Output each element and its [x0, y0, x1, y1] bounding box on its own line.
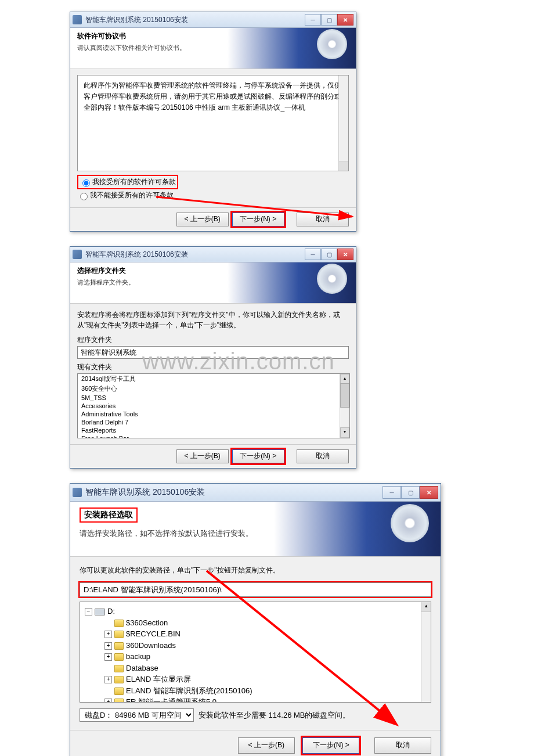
- scrollbar[interactable]: [421, 602, 431, 702]
- folder-label: 程序文件夹: [77, 335, 349, 345]
- maximize-button[interactable]: ▢: [401, 486, 420, 499]
- folder-icon: [114, 642, 124, 650]
- app-icon: [73, 15, 82, 24]
- disk-select[interactable]: 磁盘D： 84986 MB 可用空间: [80, 708, 194, 722]
- app-icon: [73, 250, 82, 259]
- disk-need-text: 安装此软件至少需要 114.26 MB的磁盘空间。: [199, 710, 351, 721]
- folder-icon: [114, 699, 124, 703]
- radio-decline[interactable]: 我不能接受所有的许可条款: [77, 189, 349, 201]
- existing-folders-listbox[interactable]: 2014sql版写卡工具360安全中心5M_TSSAccessoriesAdmi…: [77, 373, 350, 438]
- header-title: 安装路径选取: [80, 507, 138, 523]
- scrollbar[interactable]: ▴▾: [340, 374, 349, 438]
- titlebar[interactable]: 智能车牌识别系统 20150106安装 ─ ▢ ✕: [70, 247, 356, 262]
- minimize-button[interactable]: ─: [383, 486, 401, 499]
- cancel-button[interactable]: 取消: [297, 213, 349, 226]
- list-item[interactable]: Administrative Tools: [78, 410, 349, 418]
- radio-accept-input[interactable]: [82, 179, 90, 187]
- titlebar[interactable]: 智能车牌识别系统 20150106安装 ─ ▢ ✕: [70, 484, 441, 502]
- expand-icon[interactable]: +: [104, 676, 112, 683]
- minimize-button[interactable]: ─: [305, 249, 321, 260]
- expand-icon[interactable]: +: [104, 653, 112, 661]
- list-item[interactable]: Free Launch Bar: [78, 434, 349, 438]
- list-item[interactable]: FastReports: [78, 426, 349, 434]
- folder-icon: [114, 665, 124, 672]
- list-item[interactable]: Accessories: [78, 402, 349, 410]
- instruction-text: 安装程序将会将程序图标添加到下列"程序文件夹"中，你可以输入新的文件夹名称，或从…: [77, 309, 349, 330]
- tree-node[interactable]: +$RECYCLE.BIN: [104, 628, 426, 640]
- expand-icon[interactable]: +: [104, 631, 112, 638]
- folder-icon: [114, 653, 124, 661]
- installer-window-path: 智能车牌识别系统 20150106安装 ─ ▢ ✕ 安装路径选取 请选择安装路径…: [70, 483, 441, 756]
- installer-window-folder: 智能车牌识别系统 20150106安装 ─ ▢ ✕ 选择程序文件夹 请选择程序文…: [70, 246, 356, 469]
- expand-icon[interactable]: +: [104, 699, 112, 703]
- cancel-button[interactable]: 取消: [297, 449, 349, 463]
- tree-drive-node[interactable]: −D:: [85, 606, 426, 617]
- header-subtitle: 请选择安装路径，如不选择将按默认路径进行安装。: [80, 528, 431, 539]
- directory-tree[interactable]: −D: $360Section+$RECYCLE.BIN+360Download…: [80, 602, 431, 703]
- folder-icon: [114, 676, 124, 683]
- folder-input[interactable]: [77, 346, 349, 359]
- cd-graphic-icon: [391, 504, 429, 542]
- cancel-button[interactable]: 取消: [374, 737, 431, 754]
- tree-node[interactable]: +FR 智能一卡通管理系统5.0: [104, 696, 426, 703]
- window-title: 智能车牌识别系统 20150106安装: [85, 250, 305, 260]
- tree-node[interactable]: Database: [104, 663, 426, 674]
- scrollbar[interactable]: [338, 75, 348, 171]
- app-icon: [73, 488, 82, 497]
- header-title: 选择程序文件夹: [77, 266, 349, 276]
- maximize-button[interactable]: ▢: [321, 14, 337, 26]
- license-textarea[interactable]: 此程序作为智能停车收费管理系统的软件管理终端，与停车系统设备一并提供，仅供客户管…: [77, 75, 349, 171]
- close-button[interactable]: ✕: [337, 249, 353, 260]
- tree-node[interactable]: $360Section: [104, 617, 426, 629]
- installer-window-license: 智能车牌识别系统 20150106安装 ─ ▢ ✕ 软件许可协议书 请认真阅读以…: [70, 12, 356, 232]
- cd-graphic-icon: [317, 264, 347, 294]
- close-button[interactable]: ✕: [337, 14, 353, 26]
- radio-decline-input[interactable]: [80, 193, 88, 200]
- next-button[interactable]: 下一步(N) >: [232, 449, 284, 463]
- existing-label: 现有文件夹: [77, 362, 349, 372]
- back-button[interactable]: < 上一步(B): [176, 449, 229, 463]
- back-button[interactable]: < 上一步(B): [176, 213, 229, 226]
- collapse-icon[interactable]: −: [85, 608, 92, 615]
- window-title: 智能车牌识别系统 20150106安装: [85, 15, 305, 25]
- header: 选择程序文件夹 请选择程序文件夹。: [70, 262, 356, 304]
- list-item[interactable]: Borland Delphi 7: [78, 418, 349, 426]
- drive-icon: [95, 609, 105, 615]
- instruction-text: 你可以更改此软件的安装路径，单击"下一步"按钮开始复制文件。: [80, 565, 431, 575]
- tree-node[interactable]: +backup: [104, 651, 426, 663]
- list-item[interactable]: 360安全中心: [78, 384, 349, 394]
- list-item[interactable]: 2014sql版写卡工具: [78, 374, 349, 384]
- header-subtitle: 请选择程序文件夹。: [77, 278, 349, 287]
- tree-node[interactable]: +ELAND 车位显示屏: [104, 674, 426, 685]
- list-item[interactable]: 5M_TSS: [78, 394, 349, 402]
- tree-node[interactable]: +360Downloads: [104, 640, 426, 651]
- tree-node[interactable]: ELAND 智能车牌识别系统(20150106): [104, 685, 426, 697]
- back-button[interactable]: < 上一步(B): [238, 737, 295, 754]
- cd-graphic-icon: [317, 29, 347, 59]
- minimize-button[interactable]: ─: [305, 14, 321, 26]
- header: 安装路径选取 请选择安装路径，如不选择将按默认路径进行安装。: [70, 502, 441, 557]
- window-title: 智能车牌识别系统 20150106安装: [85, 487, 383, 498]
- install-path-input[interactable]: [80, 582, 431, 597]
- next-button[interactable]: 下一步(N) >: [232, 213, 284, 226]
- maximize-button[interactable]: ▢: [321, 249, 337, 260]
- expand-icon[interactable]: +: [104, 642, 112, 650]
- header-title: 软件许可协议书: [77, 31, 349, 41]
- license-text: 此程序作为智能停车收费管理系统的软件管理终端，与停车系统设备一并提供，仅供客户管…: [84, 81, 341, 111]
- folder-icon: [114, 631, 124, 638]
- header-subtitle: 请认真阅读以下软件相关许可协议书。: [77, 44, 349, 52]
- close-button[interactable]: ✕: [420, 486, 438, 499]
- next-button[interactable]: 下一步(N) >: [302, 737, 359, 754]
- folder-icon: [114, 620, 124, 627]
- header: 软件许可协议书 请认真阅读以下软件相关许可协议书。: [70, 28, 356, 69]
- radio-accept[interactable]: 我接受所有的软件许可条款: [80, 176, 176, 188]
- titlebar[interactable]: 智能车牌识别系统 20150106安装 ─ ▢ ✕: [70, 12, 356, 28]
- folder-icon: [114, 687, 124, 695]
